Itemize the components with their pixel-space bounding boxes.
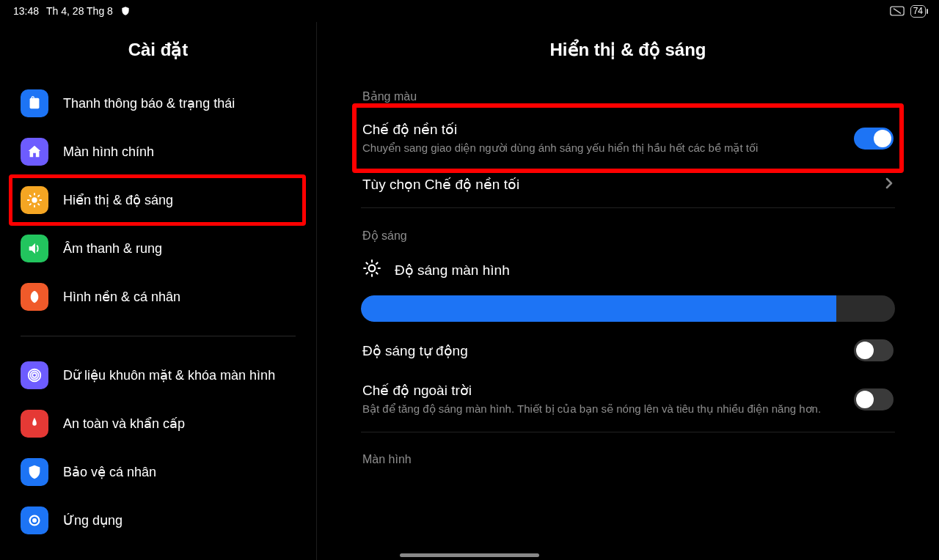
svg-line-10	[38, 204, 39, 205]
outdoor-mode-sub: Bật để tăng độ sáng màn hình. Thiết bị c…	[362, 402, 842, 416]
wallpaper-icon	[21, 283, 48, 311]
section-color-scheme: Bảng màu	[362, 89, 895, 103]
sound-icon	[21, 235, 48, 262]
sidebar-item-display[interactable]: Hiển thị & độ sáng	[13, 176, 303, 224]
section-brightness: Độ sáng	[362, 229, 895, 243]
sidebar-title: Cài đặt	[13, 40, 303, 60]
brightness-slider-fill	[361, 295, 836, 322]
svg-line-26	[376, 263, 378, 265]
outdoor-mode-toggle[interactable]	[854, 388, 894, 410]
sidebar-item-label: Hình nền & cá nhân	[63, 289, 296, 305]
auto-brightness-title: Độ sáng tự động	[362, 342, 842, 359]
sidebar-divider	[21, 336, 296, 336]
svg-point-4	[32, 197, 37, 202]
svg-line-25	[366, 273, 368, 274]
home-indicator[interactable]	[400, 553, 539, 557]
shield-icon	[120, 6, 131, 16]
row-dark-mode[interactable]: Chế độ nền tối Chuyển sang giao diện ngư…	[361, 111, 895, 166]
chevron-right-icon	[885, 177, 894, 193]
sidebar-item-label: Dữ liệu khuôn mặt & khóa màn hình	[63, 367, 296, 383]
dark-mode-title: Chế độ nền tối	[362, 121, 842, 138]
outdoor-mode-title: Chế độ ngoài trời	[362, 382, 842, 399]
svg-point-14	[31, 372, 39, 380]
svg-line-24	[376, 273, 378, 274]
section-screen: Màn hình	[362, 453, 895, 466]
auto-brightness-toggle[interactable]	[854, 339, 894, 361]
sidebar-item-face[interactable]: Dữ liệu khuôn mặt & khóa màn hình	[13, 351, 303, 399]
dark-mode-sub: Chuyển sang giao diện người dùng ánh sán…	[362, 141, 842, 155]
fingerprint-icon	[21, 361, 48, 389]
sidebar-item-wallpaper[interactable]: Hình nền & cá nhân	[13, 273, 303, 321]
dark-mode-toggle[interactable]	[854, 128, 894, 150]
dnd-icon	[890, 6, 905, 16]
sidebar-item-label: Bảo vệ cá nhân	[63, 464, 296, 480]
divider	[361, 432, 895, 432]
row-outdoor-mode[interactable]: Chế độ ngoài trời Bật để tăng độ sáng mà…	[361, 372, 895, 427]
svg-line-1	[894, 9, 901, 14]
battery-level: 74	[913, 6, 923, 17]
svg-point-18	[369, 265, 376, 272]
privacy-icon	[21, 458, 48, 486]
dark-mode-options-title: Tùy chọn Chế độ nền tối	[362, 176, 873, 193]
sidebar-item-label: Hiển thị & độ sáng	[63, 192, 296, 208]
svg-rect-3	[32, 97, 34, 99]
brightness-icon	[21, 186, 48, 214]
divider	[361, 207, 895, 208]
row-dark-mode-options[interactable]: Tùy chọn Chế độ nền tối	[361, 166, 895, 203]
sidebar-item-label: An toàn và khẩn cấp	[63, 416, 296, 432]
sidebar-item-privacy[interactable]: Bảo vệ cá nhân	[13, 448, 303, 496]
brightness-icon	[362, 259, 381, 281]
svg-line-9	[30, 196, 31, 196]
home-icon	[21, 138, 48, 166]
sidebar-item-safety[interactable]: An toàn và khẩn cấp	[13, 399, 303, 448]
brightness-label: Độ sáng màn hình	[395, 262, 510, 279]
sidebar-item-label: Âm thanh & rung	[63, 241, 296, 257]
brightness-slider[interactable]	[361, 295, 895, 322]
battery-icon: 74	[910, 5, 926, 18]
status-date: Th 4, 28 Thg 8	[46, 5, 113, 17]
svg-line-12	[38, 196, 39, 196]
safety-icon	[21, 410, 48, 438]
svg-line-11	[30, 204, 31, 205]
svg-point-13	[32, 373, 37, 377]
sidebar-item-apps[interactable]: Ứng dụng	[13, 496, 303, 545]
sidebar-item-notifications[interactable]: Thanh thông báo & trạng thái	[13, 79, 303, 128]
sidebar-item-home[interactable]: Màn hình chính	[13, 128, 303, 176]
sidebar-item-label: Thanh thông báo & trạng thái	[63, 95, 296, 111]
settings-sidebar: Cài đặt Thanh thông báo & trạng thái Màn…	[0, 22, 317, 560]
sidebar-item-label: Màn hình chính	[63, 144, 296, 160]
sidebar-item-sound[interactable]: Âm thanh & rung	[13, 224, 303, 273]
display-settings-pane: Hiển thị & độ sáng Bảng màu Chế độ nền t…	[317, 22, 939, 560]
apps-icon	[21, 506, 48, 534]
notification-icon	[21, 89, 48, 117]
svg-line-23	[366, 263, 368, 265]
sidebar-item-label: Ứng dụng	[63, 512, 296, 528]
content-title: Hiển thị & độ sáng	[361, 40, 895, 60]
status-bar: 13:48 Th 4, 28 Thg 8 74	[0, 0, 939, 22]
row-screen-brightness: Độ sáng màn hình	[361, 250, 895, 285]
svg-point-17	[33, 519, 36, 522]
row-auto-brightness[interactable]: Độ sáng tự động	[361, 329, 895, 372]
status-time: 13:48	[13, 5, 39, 17]
svg-rect-2	[30, 98, 40, 109]
